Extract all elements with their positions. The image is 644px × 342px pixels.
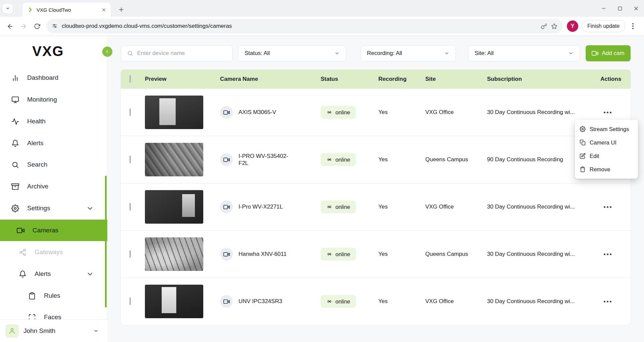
sidebar-item-cameras[interactable]: Cameras: [0, 220, 107, 241]
pencil-icon: [580, 153, 586, 159]
search-icon: [127, 50, 133, 56]
sidebar-item-search[interactable]: Search: [0, 154, 107, 175]
search-input[interactable]: [137, 50, 226, 57]
row-checkbox[interactable]: [129, 156, 131, 163]
reload-icon: [34, 23, 40, 30]
row-actions-button[interactable]: [600, 249, 615, 259]
minimize-button[interactable]: [596, 0, 612, 17]
recording-value: Yes: [378, 156, 425, 163]
camera-preview[interactable]: [145, 190, 203, 224]
camera-preview[interactable]: [145, 285, 203, 318]
vxg-logo: VXG: [32, 43, 64, 59]
row-actions-button[interactable]: [600, 297, 615, 306]
sidebar-item-settings[interactable]: Settings: [0, 197, 107, 219]
site-info-icon[interactable]: [52, 23, 58, 29]
maximize-button[interactable]: [612, 0, 628, 17]
bell-icon: [19, 270, 26, 278]
chevron-down-icon: [444, 51, 449, 56]
gear-icon: [11, 205, 19, 212]
camera-name: I-PRO WV-S35402-F2L: [238, 153, 292, 167]
trash-icon: [580, 166, 586, 172]
menu-item-remove[interactable]: Remove: [575, 163, 638, 176]
user-icon: [9, 328, 15, 334]
sidebar-item-alerts[interactable]: Alerts: [0, 132, 107, 154]
broadcast-icon: [326, 204, 332, 210]
menu-item-stream-settings[interactable]: Stream Settings: [575, 122, 638, 136]
row-checkbox[interactable]: [129, 250, 131, 258]
chevron-down-icon: [334, 51, 340, 56]
row-actions-button[interactable]: [600, 202, 615, 212]
health-pulse-icon: [11, 118, 19, 125]
camera-type-icon: [220, 153, 233, 166]
close-icon: [634, 6, 639, 11]
new-tab-button[interactable]: [116, 4, 126, 14]
table-row: UNV IPC324SR3 online Yes VXG Office 30 D…: [121, 278, 631, 325]
sidebar-item-health[interactable]: Health: [0, 111, 107, 132]
close-window-button[interactable]: [628, 0, 644, 17]
chevron-left-icon: [105, 49, 110, 54]
site-value: VXG Office: [425, 204, 454, 210]
plus-icon: [118, 7, 124, 12]
browser-tab[interactable]: VXG CloudTwo: [22, 3, 111, 17]
broadcast-icon: [326, 157, 332, 163]
tab-close-button[interactable]: [100, 6, 107, 13]
status-badge: online: [321, 295, 356, 308]
sidebar-item-dashboard[interactable]: Dashboard: [0, 67, 107, 89]
row-checkbox[interactable]: [129, 203, 131, 211]
arrow-right-icon: [20, 23, 27, 30]
menu-item-edit[interactable]: Edit: [575, 149, 638, 163]
sidebar-item-alerts-settings[interactable]: Alerts: [0, 263, 107, 285]
sidebar-scrollbar[interactable]: [105, 176, 107, 307]
select-all-checkbox[interactable]: [129, 75, 131, 83]
maximize-icon: [618, 7, 622, 10]
broadcast-icon: [326, 109, 332, 115]
row-checkbox[interactable]: [129, 108, 131, 116]
star-icon: [551, 23, 557, 30]
header-site: Site: [425, 76, 487, 82]
reload-button[interactable]: [30, 19, 44, 33]
recording-filter[interactable]: Recording: All: [361, 45, 456, 61]
site-filter[interactable]: Site: All: [468, 45, 580, 61]
user-menu[interactable]: John Smith: [0, 319, 107, 342]
chevron-down-icon: [5, 6, 10, 11]
sidebar-item-archive[interactable]: Archive: [0, 176, 107, 197]
row-checkbox[interactable]: [129, 297, 131, 305]
main-content: Status: All Recording: All Site: All Add…: [107, 36, 644, 342]
sidebar-item-rules[interactable]: Rules: [0, 285, 107, 306]
browser-menu-button[interactable]: [628, 19, 638, 33]
bookmark-star-icon[interactable]: [551, 23, 557, 30]
forward-button[interactable]: [17, 19, 30, 33]
tab-search-button[interactable]: [3, 3, 13, 13]
table-row: Hanwha XNV-6011 online Yes Queens Campus…: [121, 230, 631, 278]
header-camera-name: Camera Name: [220, 76, 321, 82]
sidebar-item-monitoring[interactable]: Monitoring: [0, 89, 107, 110]
camera-preview[interactable]: [145, 237, 203, 271]
arrow-left-icon: [7, 23, 14, 30]
browser-titlebar: VXG CloudTwo: [0, 0, 644, 17]
password-key-icon[interactable]: [541, 23, 547, 30]
row-actions-button[interactable]: [600, 108, 615, 117]
status-badge: online: [321, 153, 356, 166]
vxg-favicon-icon: [27, 7, 33, 13]
finish-update-button[interactable]: Finish update: [582, 20, 625, 32]
address-bar[interactable]: cloudtwo-prod.vxgdemo.cloud-vms.com/cust…: [46, 19, 563, 34]
camera-icon: [17, 227, 24, 234]
cameras-table: Preview Camera Name Status Recording Sit…: [121, 70, 631, 325]
profile-avatar[interactable]: Y: [567, 20, 578, 32]
menu-item-camera-ui[interactable]: Camera UI: [575, 136, 638, 149]
sidebar-item-gateways[interactable]: Gateways: [0, 241, 107, 263]
back-button[interactable]: [3, 19, 17, 33]
table-row: AXIS M3065-V online Yes VXG Office 30 Da…: [121, 89, 631, 136]
add-camera-button[interactable]: Add cam: [586, 45, 631, 61]
table-header-row: Preview Camera Name Status Recording Sit…: [121, 70, 631, 89]
user-name: John Smith: [23, 327, 55, 335]
chevron-down-icon: [86, 205, 94, 212]
header-status: Status: [321, 76, 378, 82]
camera-type-icon: [220, 248, 233, 261]
camera-preview[interactable]: [145, 143, 203, 176]
device-search[interactable]: [121, 45, 233, 61]
sidebar-collapse-button[interactable]: [102, 47, 112, 57]
camera-preview[interactable]: [145, 96, 203, 129]
status-filter[interactable]: Status: All: [238, 45, 346, 61]
chevron-down-icon: [568, 51, 574, 56]
